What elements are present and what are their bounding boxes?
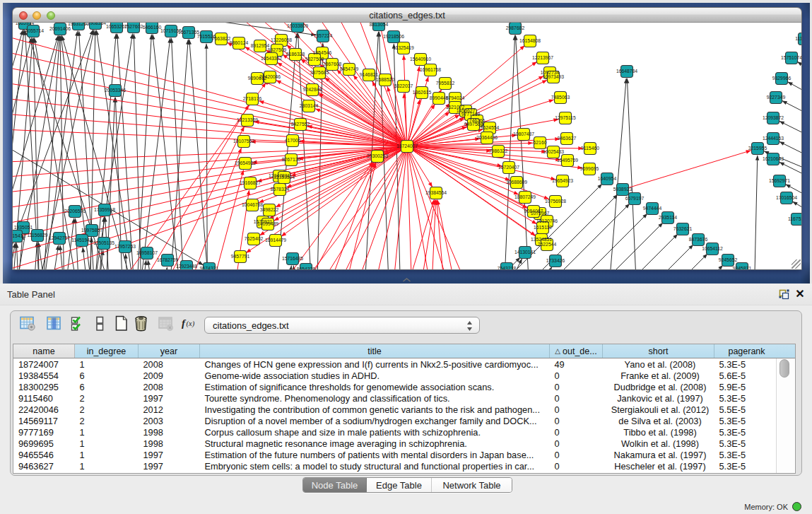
delete-column-button[interactable] [131,315,151,334]
table-cell[interactable]: 1 [75,427,139,438]
table-cell[interactable]: 0 [550,427,603,438]
table-row[interactable]: 977716911998Corpus callosum shape and si… [13,427,779,438]
table-cell[interactable]: Disruption of a novel member of a sodium… [200,415,550,426]
splitter-handle-icon[interactable] [402,278,411,282]
table-cell[interactable]: 0 [550,461,603,472]
close-panel-icon[interactable]: ✕ [794,288,806,300]
new-column-button[interactable] [111,315,131,334]
table-row[interactable]: 1938455462009Genome-wide association stu… [13,370,779,381]
float-window-icon[interactable] [778,288,790,300]
table-row[interactable]: 1830029562008Estimation of significance … [13,381,779,392]
function-builder-button[interactable]: f(x) [180,315,200,334]
delete-table-button[interactable] [151,315,180,334]
table-cell[interactable]: 49 [550,358,603,370]
table-cell[interactable]: 9463627 [13,461,75,472]
table-cell[interactable]: 5.3E-5 [714,450,779,461]
table-cell[interactable]: 0 [550,370,603,381]
table-cell[interactable]: 1997 [139,461,200,472]
table-cell[interactable]: 18300295 [13,381,75,392]
table-cell[interactable]: 5.3E-5 [714,427,779,438]
column-header-short[interactable]: short [603,344,714,358]
table-row[interactable]: 969969511998Structural magnetic resonanc… [13,438,779,450]
table-cell[interactable]: 9777169 [13,427,75,438]
column-header-title[interactable]: title [200,344,550,358]
table-cell[interactable]: 2009 [139,370,200,381]
table-cell[interactable]: 5.6E-5 [714,370,779,381]
table-cell[interactable]: 2012 [139,404,200,415]
unselect-all-button[interactable] [89,315,111,334]
table-cell[interactable]: Franke et al. (2009) [603,370,714,381]
table-cell[interactable]: 5.3E-5 [714,392,779,404]
table-cell[interactable]: Wolkin et al. (1998) [603,438,714,450]
column-header-out-de-[interactable]: △out_de... [550,344,603,358]
table-cell[interactable]: 0 [550,392,603,404]
table-cell[interactable]: Embryonic stem cells: a model to study s… [200,461,550,472]
table-cell[interactable]: 18724007 [13,358,75,370]
table-cell[interactable]: 9699695 [13,438,75,450]
table-row[interactable]: 1872400712008Changes of HCN gene express… [13,358,779,370]
table-cell[interactable]: 1 [75,450,139,461]
table-cell[interactable]: 2003 [139,415,200,426]
table-cell[interactable]: Investigating the contribution of common… [200,404,550,415]
table-cell[interactable]: 0 [550,438,603,450]
table-cell[interactable]: 6 [75,381,139,392]
table-cell[interactable]: 6 [75,370,139,381]
table-cell[interactable]: 1 [75,461,139,472]
table-cell[interactable]: 1 [75,438,139,450]
table-cell[interactable]: 0 [550,404,603,415]
table-cell[interactable]: 0 [550,450,603,461]
table-cell[interactable]: 0 [550,415,603,426]
table-cell[interactable]: Nakamura et al. (1997) [603,450,714,461]
table-cell[interactable]: 1998 [139,427,200,438]
table-row[interactable]: 1456911722003Disruption of a novel membe… [13,415,779,426]
table-cell[interactable]: 9115460 [13,392,75,404]
table-cell[interactable]: Hescheler et al. (1997) [603,461,714,472]
scrollbar-thumb[interactable] [779,359,789,378]
network-window-titlebar[interactable]: citations_edges.txt [12,7,802,22]
table-row[interactable]: 946362711997Embryonic stem cells: a mode… [13,461,779,472]
show-columns-button[interactable] [41,315,66,334]
table-cell[interactable]: 1997 [139,450,200,461]
table-cell[interactable]: 9465546 [13,450,75,461]
table-cell[interactable]: 1997 [139,392,200,404]
table-cell[interactable]: 22420046 [13,404,75,415]
column-header-year[interactable]: year [139,344,200,358]
table-cell[interactable]: 14569117 [13,415,75,426]
table-cell[interactable]: de Silva et al. (2003) [603,415,714,426]
table-cell[interactable]: 2008 [139,358,200,370]
select-all-button[interactable] [66,315,89,334]
table-cell[interactable]: Tourette syndrome. Phenomenology and cla… [200,392,550,404]
network-canvas[interactable]: 1665974140557142069140619631261179083341… [12,22,802,270]
table-row[interactable]: 946554611997Estimation of the future num… [13,450,779,461]
table-selector-dropdown[interactable]: citations_edges.txt [204,317,480,334]
table-cell[interactable]: Structural magnetic resonance image aver… [200,438,550,450]
table-cell[interactable]: Estimation of significance thresholds fo… [200,381,550,392]
tab-node-table[interactable]: Node Table [303,478,367,492]
table-cell[interactable]: 1 [75,358,139,370]
table-row[interactable]: 911546021997Tourette syndrome. Phenomeno… [13,392,779,404]
column-header-name[interactable]: name [13,344,75,358]
table-cell[interactable]: 5.3E-5 [714,438,779,450]
table-cell[interactable]: 2008 [139,381,200,392]
tab-network-table[interactable]: Network Table [432,478,512,492]
column-header-pagerank[interactable]: pagerank [714,344,779,358]
table-cell[interactable]: Corpus callosum shape and size in male p… [200,427,550,438]
table-cell[interactable]: Estimation of the future numbers of pati… [200,450,550,461]
table-cell[interactable]: 2 [75,392,139,404]
change-table-mode-button[interactable] [15,315,41,334]
table-cell[interactable]: 5.5E-5 [714,404,779,415]
table-cell[interactable]: Genome-wide association studies in ADHD. [200,370,550,381]
table-cell[interactable]: 1998 [139,438,200,450]
table-cell[interactable]: 5.3E-5 [714,461,779,472]
table-cell[interactable]: 2 [75,415,139,426]
table-cell[interactable]: 5.3E-5 [714,415,779,426]
table-cell[interactable]: 2 [75,404,139,415]
column-header-in-degree[interactable]: in_degree [75,344,139,358]
table-vertical-scrollbar[interactable] [776,358,794,473]
tab-edge-table[interactable]: Edge Table [367,478,432,492]
table-row[interactable]: 2242004622012Investigating the contribut… [13,404,779,415]
table-cell[interactable]: Tibbo et al. (1998) [603,427,714,438]
table-cell[interactable]: 19384554 [13,370,75,381]
table-cell[interactable]: 5.3E-5 [714,358,779,370]
table-cell[interactable]: 5.9E-5 [714,381,779,392]
